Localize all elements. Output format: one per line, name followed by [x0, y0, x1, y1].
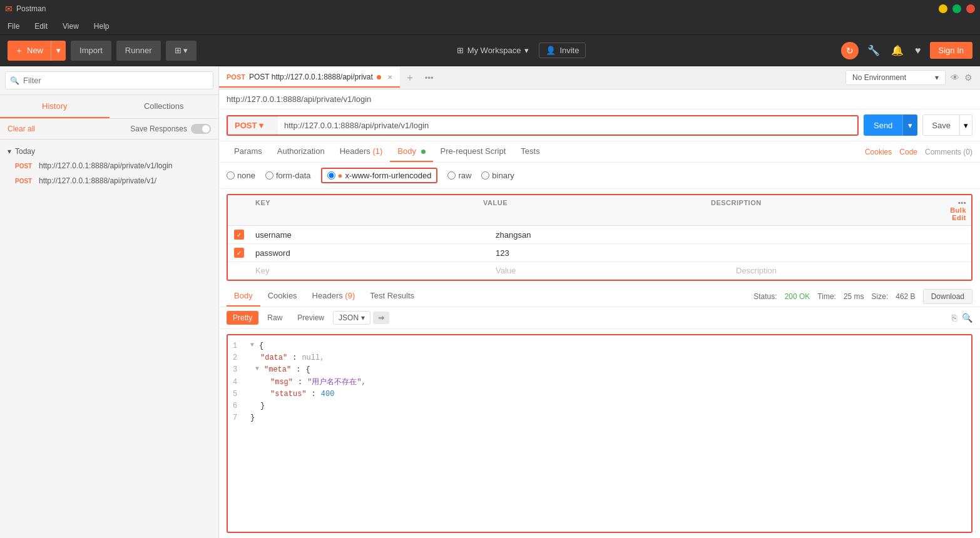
bulk-edit-label[interactable]: Bulk Edit: [950, 206, 966, 221]
wrap-icon-button[interactable]: ⇒: [373, 312, 389, 324]
col-bulk-edit[interactable]: ••• Bulk Edit: [934, 199, 971, 221]
save-button[interactable]: Save: [922, 114, 960, 136]
body-params-table: KEY VALUE DESCRIPTION ••• Bulk Edit ✓ us…: [227, 194, 972, 281]
filter-input[interactable]: [5, 71, 213, 89]
invite-label: Invite: [559, 46, 579, 55]
json-label: JSON: [339, 313, 359, 322]
code-link[interactable]: Code: [899, 148, 917, 156]
save-responses-toggle[interactable]: [191, 124, 211, 134]
copy-icon[interactable]: ⎘: [952, 313, 957, 323]
tab-pre-request-script[interactable]: Pre-request Script: [433, 141, 514, 162]
checkbox-checked[interactable]: ✓: [234, 248, 244, 258]
search-response-icon[interactable]: 🔍: [962, 313, 972, 323]
new-desc-placeholder[interactable]: Description: [731, 262, 971, 279]
url-input[interactable]: http://127.0.0.1:8888/api/private/v1/log…: [278, 117, 857, 134]
row2-value[interactable]: 123: [491, 245, 731, 261]
heart-icon[interactable]: ♥: [912, 43, 924, 59]
invite-button[interactable]: 👤 Invite: [539, 43, 586, 58]
tab-collections[interactable]: Collections: [110, 95, 219, 118]
list-item[interactable]: POST http://127.0.0.1:8888/api/private/v…: [0, 173, 218, 188]
response-tab-headers[interactable]: Headers (9): [305, 286, 363, 307]
menu-help[interactable]: Help: [91, 21, 112, 32]
workspace-selector[interactable]: ⊞ My Workspace ▾: [452, 43, 534, 58]
row1-value[interactable]: zhangsan: [491, 226, 731, 243]
comments-link[interactable]: Comments (0): [925, 148, 972, 156]
row1-key[interactable]: username: [250, 226, 491, 243]
today-group-header[interactable]: ▾ Today: [0, 145, 218, 158]
tab-authorization[interactable]: Authorization: [270, 141, 332, 162]
checkbox-checked[interactable]: ✓: [234, 230, 244, 240]
format-tab-raw[interactable]: Raw: [261, 311, 288, 325]
row2-description[interactable]: [731, 249, 971, 256]
size-value: 462 B: [896, 292, 915, 301]
sign-in-button[interactable]: Sign In: [930, 42, 972, 59]
row1-checkbox[interactable]: ✓: [228, 226, 250, 243]
app-title: Postman: [16, 4, 939, 13]
minimize-button[interactable]: [939, 4, 947, 13]
new-value-placeholder[interactable]: Value: [491, 262, 731, 279]
window-controls[interactable]: [939, 4, 975, 13]
list-item[interactable]: POST http://127.0.0.1:8888/api/private/v…: [0, 158, 218, 173]
close-button[interactable]: [966, 4, 975, 13]
response-tab-test-results[interactable]: Test Results: [362, 286, 422, 307]
more-tabs-button[interactable]: •••: [420, 71, 439, 85]
row2-checkbox[interactable]: ✓: [228, 244, 250, 261]
gear-icon[interactable]: ⚙: [964, 73, 972, 83]
tabs-scroll: POST POST http://127.0.0.1:8888/api/priv…: [219, 68, 838, 88]
new-key-placeholder[interactable]: Key: [250, 262, 491, 279]
cookies-link[interactable]: Cookies: [865, 148, 892, 156]
method-selector[interactable]: POST ▾: [228, 116, 278, 134]
request-tab-active[interactable]: POST POST http://127.0.0.1:8888/api/priv…: [219, 68, 400, 88]
menu-edit[interactable]: Edit: [32, 21, 50, 32]
menu-file[interactable]: File: [5, 21, 22, 32]
body-type-urlencoded[interactable]: ● x-www-form-urlencoded: [321, 168, 438, 183]
response-tab-body[interactable]: Body: [227, 286, 260, 307]
new-button[interactable]: ＋ New ▾: [8, 41, 66, 61]
sidebar-tabs: History Collections: [0, 95, 218, 119]
save-dropdown-button[interactable]: ▾: [960, 114, 972, 136]
row1-description[interactable]: [731, 231, 971, 238]
workspace-chevron-icon: ▾: [524, 46, 529, 55]
json-line: 4 "msg" : "用户名不存在",: [233, 377, 966, 388]
tab-url-label: POST http://127.0.0.1:8888/api/privat: [249, 73, 373, 81]
bell-icon[interactable]: 🔔: [889, 42, 906, 59]
format-tab-pretty[interactable]: Pretty: [227, 311, 258, 325]
new-button-arrow[interactable]: ▾: [51, 41, 66, 61]
invite-person-icon: 👤: [546, 46, 556, 55]
app-icon: ✉: [5, 4, 13, 14]
json-format-selector[interactable]: JSON ▾: [333, 311, 370, 325]
menu-view[interactable]: View: [60, 21, 81, 32]
row2-key[interactable]: password: [250, 245, 491, 261]
builder-button[interactable]: ⊞ ▾: [166, 41, 197, 61]
wrench-icon[interactable]: 🔧: [865, 42, 882, 59]
send-dropdown-button[interactable]: ▾: [902, 114, 917, 136]
tab-headers[interactable]: Headers (1): [332, 141, 390, 162]
table-header-row: KEY VALUE DESCRIPTION ••• Bulk Edit: [228, 195, 971, 226]
sync-button[interactable]: ↻: [841, 42, 859, 59]
import-button[interactable]: Import: [71, 41, 111, 61]
tab-close-icon[interactable]: ✕: [387, 74, 392, 81]
menu-bar: File Edit View Help: [0, 18, 980, 35]
tab-tests[interactable]: Tests: [513, 141, 547, 162]
environment-selector[interactable]: No Environment ▾: [845, 70, 946, 85]
clear-all-button[interactable]: Clear all: [8, 124, 35, 133]
bulk-dots-icon: •••: [958, 199, 966, 206]
eye-icon[interactable]: 👁: [951, 73, 959, 83]
send-button[interactable]: Send: [864, 114, 902, 136]
format-tab-preview[interactable]: Preview: [291, 311, 330, 325]
request-controls: POST ▾ http://127.0.0.1:8888/api/private…: [219, 109, 980, 141]
json-line: 7 }: [233, 412, 966, 424]
body-type-raw[interactable]: raw: [447, 171, 471, 180]
body-type-form-data[interactable]: form-data: [265, 171, 311, 180]
workspace-grid-icon: ⊞: [457, 46, 464, 55]
tab-history[interactable]: History: [0, 95, 110, 118]
tab-params[interactable]: Params: [227, 141, 270, 162]
body-type-none[interactable]: none: [227, 171, 255, 180]
download-button[interactable]: Download: [923, 289, 972, 304]
runner-button[interactable]: Runner: [116, 41, 161, 61]
body-type-binary[interactable]: binary: [481, 171, 514, 180]
tab-body[interactable]: Body: [390, 141, 432, 162]
response-tab-cookies[interactable]: Cookies: [260, 286, 305, 307]
add-tab-button[interactable]: ＋: [400, 69, 420, 87]
maximize-button[interactable]: [952, 4, 961, 13]
